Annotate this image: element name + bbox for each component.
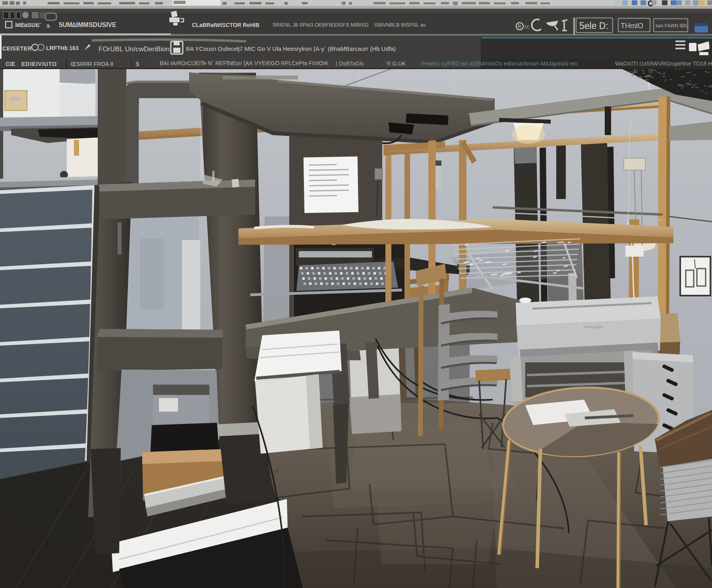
svg-text:CŒ: CŒ — [6, 61, 15, 67]
svg-text:WaOXITI I1x55WVRGrupeNse TO18: WaOXITI I1x55WVRGrupeNse TO18 HIOU — [615, 60, 712, 67]
svg-text:SRIENL J8 SPbI3 OEBFIEEIGFS MI: SRIENL J8 SPbI3 OEBFIEEIGFS MIBISD — [273, 22, 369, 28]
svg-text:FOrUBL Un/cwDenBion: FOrUBL Un/cwDenBion — [99, 45, 170, 53]
svg-text:R: R — [518, 24, 521, 29]
svg-text:THmlO: THmlO — [621, 22, 643, 30]
svg-text:CLaBRaIWISCTOR ReHIB: CLaBRaIWISCTOR ReHIB — [192, 22, 259, 28]
svg-text:ammsvgfa: ammsvgfa — [583, 325, 603, 329]
svg-text:♞: ♞ — [46, 22, 51, 29]
svg-text:LRFTHb 163: LRFTHb 163 — [46, 45, 79, 51]
svg-text:CEISETER: CEISETER — [2, 45, 32, 52]
svg-text:ISBVNBLB BISPSL as: ISBVNBLB BISPSL as — [374, 22, 426, 28]
svg-text:Peseirc cy/FBD arr a0)B4rrish: Peseirc cy/FBD arr a0)B4rrishOs edIxcsIc… — [421, 60, 578, 67]
svg-text:® G.UK: ® G.UK — [387, 60, 406, 67]
svg-text:$: $ — [136, 61, 139, 67]
svg-text:5UM∆IMMSDUSIVE: 5UM∆IMMSDUSIVE — [59, 21, 116, 28]
svg-text:BAI IArRDrCIJEiTe N´ REFfNEsr: BAI IArRDrCIJEiTe N´ REFfNEsrr [AX VYEIE… — [160, 60, 329, 66]
svg-text:ŒSRRR FROA 8: ŒSRRR FROA 8 — [71, 61, 114, 67]
svg-text:kan FAWN IBIL: kan FAWN IBIL — [656, 23, 688, 29]
svg-text:BA YCousn Dufecelj7 MIC Go V U: BA YCousn Dufecelj7 MIC Go V Ula Heesryl… — [186, 45, 396, 52]
svg-text:5ele D:: 5ele D: — [579, 21, 608, 31]
svg-text:MEaSUE: MEaSUE — [15, 21, 40, 28]
svg-text:M˛: M˛ — [524, 24, 530, 30]
svg-text:| OsBTaGls: | OsBTaGls — [336, 60, 364, 67]
svg-text:EDIEIVIUTO: EDIEIVIUTO — [21, 61, 57, 67]
